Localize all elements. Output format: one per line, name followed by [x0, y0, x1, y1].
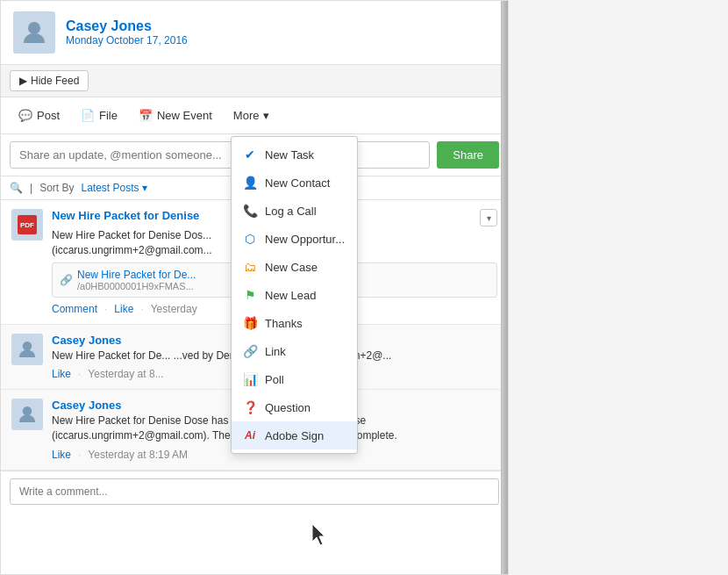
feed-link-content: New Hire Packet for De... /a0HB0000001H9… [77, 269, 196, 291]
sort-value[interactable]: Latest Posts ▾ [81, 182, 146, 194]
dropdown-item-new-opportunity[interactable]: ⬡ New Opportur... [232, 225, 357, 253]
toolbar: 💬 Post 📄 File 📅 New Event More ▾ ✔ New T… [1, 97, 508, 134]
share-button-label: Share [453, 148, 483, 162]
adobe-sign-icon: Ai [242, 428, 258, 443]
contact-icon: 👤 [242, 175, 258, 190]
link-icon: 🔗 [242, 343, 258, 359]
dropdown-item-label: Poll [265, 373, 284, 386]
hide-feed-bar: ▶ Hide Feed [1, 65, 508, 97]
svg-point-2 [23, 406, 32, 416]
opportunity-icon: ⬡ [242, 231, 258, 247]
more-label: More [233, 109, 260, 122]
dropdown-item-log-call[interactable]: 📞 Log a Call [232, 197, 357, 225]
search-icon[interactable]: 🔍 [10, 182, 23, 194]
dropdown-item-question[interactable]: ❓ Question [232, 393, 357, 421]
link-icon: 🔗 [60, 274, 73, 286]
like-link[interactable]: Like [114, 303, 133, 315]
sort-value-text: Latest Posts [81, 182, 139, 194]
new-event-button[interactable]: 📅 New Event [130, 104, 221, 126]
more-dropdown-menu: ✔ New Task 👤 New Contact 📞 Log a Call ⬡ … [231, 136, 358, 454]
file-button[interactable]: 📄 File [72, 104, 126, 126]
dropdown-item-new-task[interactable]: ✔ New Task [232, 140, 357, 169]
post-button[interactable]: 💬 Post [10, 104, 68, 126]
share-input[interactable] [10, 141, 430, 169]
chevron-down-icon: ▾ [263, 109, 269, 122]
task-icon: ✔ [242, 147, 258, 162]
post-label: Post [37, 109, 60, 122]
dropdown-item-link[interactable]: 🔗 Link [232, 337, 357, 365]
new-event-label: New Event [157, 109, 212, 122]
svg-point-0 [28, 22, 40, 34]
thanks-icon: 🎁 [242, 315, 258, 331]
avatar: PDF [11, 209, 43, 241]
hide-feed-button[interactable]: ▶ Hide Feed [10, 70, 89, 91]
sort-chevron-icon: ▾ [142, 182, 147, 194]
separator: · [104, 303, 107, 315]
avatar [11, 399, 43, 430]
separator: · [140, 303, 143, 315]
timestamp: Yesterday [151, 303, 197, 315]
feed-author[interactable]: Casey Jones [52, 334, 122, 347]
share-button[interactable]: Share [437, 141, 499, 169]
collapse-button[interactable]: ▾ [480, 209, 497, 226]
hide-feed-label: Hide Feed [31, 75, 79, 87]
event-icon: 📅 [139, 109, 153, 122]
feed-author[interactable]: Casey Jones [52, 399, 122, 412]
profile-name[interactable]: Casey Jones [66, 18, 188, 34]
more-button[interactable]: More ▾ [225, 104, 279, 126]
dropdown-item-new-contact[interactable]: 👤 New Contact [232, 169, 357, 197]
dropdown-item-label: Question [265, 401, 310, 414]
dropdown-item-adobe-sign[interactable]: Ai Adobe Sign [232, 421, 357, 449]
profile-info: Casey Jones Monday October 17, 2016 [66, 18, 188, 47]
question-icon: ❓ [242, 399, 258, 415]
sort-label: Sort By [39, 182, 74, 194]
cursor [312, 524, 330, 548]
dropdown-item-label: Adobe Sign [265, 429, 324, 442]
dropdown-item-label: Log a Call [265, 205, 317, 218]
file-label: File [99, 109, 118, 122]
file-icon: 📄 [81, 109, 95, 122]
feed-link-url: /a0HB0000001H9xFMAS... [77, 281, 196, 291]
post-icon: 💬 [18, 109, 32, 122]
comment-input[interactable] [10, 478, 499, 505]
pdf-icon: PDF [18, 215, 37, 234]
dropdown-item-poll[interactable]: 📊 Poll [232, 365, 357, 393]
sort-pipe: | [30, 182, 32, 194]
dropdown-item-thanks[interactable]: 🎁 Thanks [232, 309, 357, 337]
svg-point-1 [23, 341, 32, 351]
dropdown-item-label: New Lead [265, 289, 317, 302]
lead-icon: ⚑ [242, 287, 258, 303]
separator: · [78, 368, 81, 380]
avatar [13, 11, 55, 54]
comment-box [1, 471, 508, 512]
dropdown-item-label: New Contact [265, 176, 330, 190]
comment-link[interactable]: Comment [52, 303, 97, 315]
hide-feed-icon: ▶ [19, 75, 27, 87]
phone-icon: 📞 [242, 203, 258, 219]
timestamp: Yesterday at 8:19 AM [88, 449, 188, 461]
feed-link-title: New Hire Packet for De... [77, 269, 196, 281]
feed-title[interactable]: New Hire Packet for Denise [52, 209, 199, 222]
poll-icon: 📊 [242, 371, 258, 387]
case-icon: 🗂 [242, 259, 258, 275]
like-link[interactable]: Like [52, 368, 71, 380]
dropdown-item-new-lead[interactable]: ⚑ New Lead [232, 281, 357, 309]
separator: · [78, 449, 81, 461]
avatar [11, 334, 43, 365]
dropdown-item-label: New Task [265, 148, 314, 162]
dropdown-item-label: New Case [265, 261, 318, 274]
dropdown-item-label: Link [265, 345, 286, 358]
like-link[interactable]: Like [52, 449, 71, 461]
profile-header: Casey Jones Monday October 17, 2016 [1, 1, 508, 65]
profile-date: Monday October 17, 2016 [66, 34, 188, 47]
dropdown-item-new-case[interactable]: 🗂 New Case [232, 253, 357, 281]
dropdown-item-label: New Opportur... [265, 233, 345, 246]
dropdown-item-label: Thanks [265, 317, 303, 330]
right-border [501, 1, 508, 574]
timestamp: Yesterday at 8... [88, 368, 163, 380]
